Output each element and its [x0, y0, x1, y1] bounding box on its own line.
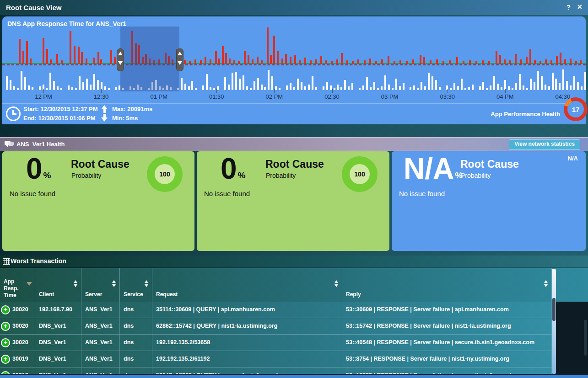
window-title: Root Cause View [6, 0, 61, 15]
sort-desc-icon [27, 282, 32, 286]
column-header-label: App Resp. Time [4, 278, 29, 299]
min-value-label: Min: 5ms [112, 115, 138, 122]
table-body: +30020192.168.7.90ANS_Ver1dns35114::3060… [0, 302, 552, 374]
column-header-label: Server [85, 291, 102, 298]
cell-server: ANS_Ver1 [81, 367, 120, 374]
root-cause-card-3[interactable]: N/A% Root Cause Probability N/A No issue… [392, 151, 586, 251]
card-value: 0% [221, 153, 246, 184]
x-axis-tick [101, 89, 102, 93]
response-time-chart-panel[interactable]: DNS App Response Time for ANS_Ver1 12 PM… [2, 16, 586, 124]
cell-app_resp_time: +30020 [0, 302, 35, 318]
x-axis-tick [216, 89, 217, 93]
arrow-down-icon [100, 114, 108, 122]
x-axis-tick [274, 89, 275, 93]
worst-transaction-header: Worst Transaction [0, 256, 588, 267]
column-header-app-resp-time[interactable]: App Resp. Time [0, 268, 35, 302]
column-header-label: Request [156, 291, 178, 298]
expand-row-icon[interactable]: + [1, 322, 10, 331]
card-title: Root Cause [71, 158, 129, 170]
cell-app_resp_time: +30019 [0, 351, 35, 367]
column-header-label: Reply [346, 291, 361, 298]
cell-client: DNS_Ver1 [35, 351, 81, 367]
chat-bubbles-icon [5, 141, 14, 148]
app-resp-time-value: 30020 [12, 302, 28, 318]
expand-row-icon[interactable]: + [1, 338, 10, 347]
arrow-up-icon [100, 105, 108, 114]
card-title: Root Cause [460, 158, 519, 170]
table-row[interactable]: +30020DNS_Ver1ANS_Ver1dns192.192.135.2/5… [0, 335, 552, 351]
x-axis-label: 04:30 [556, 93, 571, 100]
column-header-server[interactable]: Server [81, 268, 120, 302]
cell-server: ANS_Ver1 [81, 335, 120, 351]
worst-transaction-title: Worst Transaction [11, 256, 66, 267]
health-score-gauge: 100 [342, 156, 378, 192]
column-header-client[interactable]: Client [35, 268, 81, 302]
cell-reply: 53::30609 | RESPONSE | Server failure | … [342, 302, 552, 318]
cell-request: 192.192.135.2/61192 [152, 351, 342, 367]
card-status: No issue found [399, 190, 445, 197]
window-title-bar: Root Cause View ? × [0, 0, 588, 15]
close-icon[interactable]: × [577, 0, 582, 14]
app-resp-time-value: 30019 [12, 351, 28, 367]
card-title: Root Cause [265, 158, 324, 170]
selection-end-label: End: 12/30/2015 01:06 PM [23, 115, 96, 122]
expand-row-icon[interactable]: + [1, 355, 10, 364]
x-axis-label: 04 PM [496, 93, 514, 100]
max-min-arrows [100, 105, 108, 122]
view-network-statistics-button[interactable]: View network statistics [509, 139, 580, 150]
cell-service: dns [120, 302, 152, 318]
clock-icon [6, 106, 21, 121]
card-value: 0% [26, 153, 51, 184]
app-resp-time-value: 30018 [12, 367, 28, 374]
cell-service: dns [120, 367, 152, 374]
right-gutter [556, 302, 588, 374]
x-axis-tick [159, 89, 159, 93]
root-cause-card-1[interactable]: 0% Root Cause Probability 100 No issue f… [2, 151, 194, 251]
x-axis-tick [390, 89, 390, 93]
app-resp-time-value: 30020 [12, 318, 28, 334]
cell-client: 192.168.7.90 [35, 302, 81, 318]
chart-info-bar: Start: 12/30/2015 12:37 PM End: 12/30/20… [2, 103, 586, 125]
app-performance-health-value: 17 [567, 101, 584, 117]
x-axis-label: 02:30 [324, 93, 340, 100]
x-axis-label: 01 PM [150, 93, 167, 100]
card-corner-badge: N/A [568, 155, 578, 162]
column-header-request[interactable]: Request [152, 268, 342, 302]
table-scrollbar-track[interactable] [552, 269, 556, 374]
cell-reply: 53::15742 | RESPONSE | Server failure | … [342, 318, 552, 334]
x-axis-tick [563, 89, 563, 93]
table-row[interactable]: +30020DNS_Ver1ANS_Ver1dns62862::15742 | … [0, 318, 552, 335]
column-header-reply[interactable]: Reply [342, 268, 552, 302]
cell-server: ANS_Ver1 [81, 351, 120, 367]
x-axis-tick [332, 89, 333, 93]
max-value-label: Max: 20091ms [112, 106, 152, 112]
app-performance-health-label: App Performance Health [491, 111, 560, 117]
cell-request: 62862::15742 | QUERY | nist1-la.ustiming… [152, 318, 342, 334]
table-row[interactable]: +30019DNS_Ver1ANS_Ver1dns192.192.135.2/6… [0, 351, 552, 367]
card-value: N/A% [404, 153, 463, 184]
expand-row-icon[interactable]: + [1, 305, 10, 314]
sort-chevrons-icon [112, 280, 116, 287]
card-subtitle: Probability [461, 172, 491, 179]
app-performance-health-gauge[interactable]: 17 [564, 97, 588, 121]
x-axis-tick [43, 89, 44, 93]
column-header-label: Service [124, 291, 143, 298]
table-row[interactable]: +30020192.168.7.90ANS_Ver1dns35114::3060… [0, 302, 552, 318]
x-axis-label: 03:30 [440, 93, 455, 100]
x-axis-label: 12:30 [94, 93, 109, 100]
root-cause-card-2[interactable]: 0% Root Cause Probability 100 No issue f… [197, 151, 389, 251]
cell-request: 192.192.135.2/53658 [152, 335, 342, 351]
cell-client: DNS_Ver1 [35, 318, 81, 334]
cell-reply: 53::8754 | RESPONSE | Server failure | n… [342, 351, 552, 367]
sort-chevrons-icon [334, 280, 338, 287]
column-header-service[interactable]: Service [120, 268, 152, 302]
help-icon[interactable]: ? [566, 0, 571, 14]
cell-reply: 53::18369 | RESPONSE | Server failure | … [342, 367, 552, 374]
card-status: No issue found [10, 190, 55, 197]
table-row[interactable]: +30018DNS_Ver1ANS_Ver1dns53147::18369 | … [0, 367, 552, 374]
table-scrollbar-thumb[interactable] [552, 298, 556, 321]
outer-scrollbar-thumb[interactable] [584, 320, 587, 356]
column-header-label: Client [39, 291, 54, 298]
x-axis-label: 12 PM [35, 93, 52, 100]
cell-reply: 53::40548 | RESPONSE | Server failure | … [342, 335, 552, 351]
